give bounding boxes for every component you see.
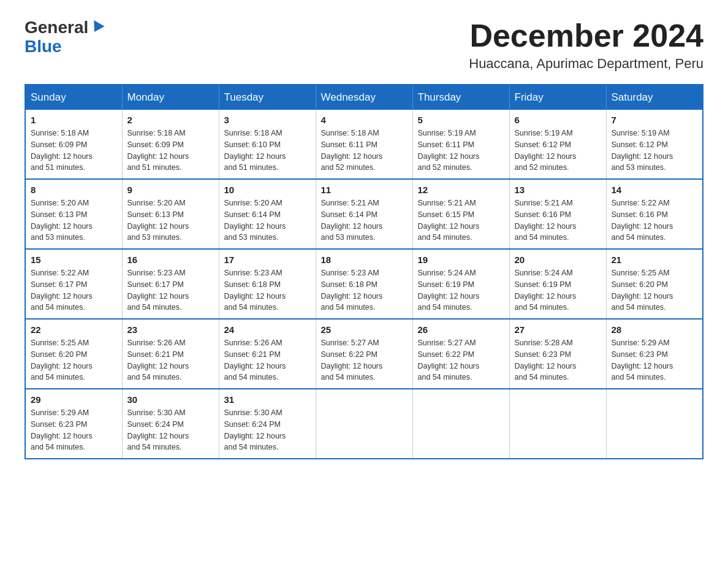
calendar-cell: 14 Sunrise: 5:22 AMSunset: 6:16 PMDaylig… (606, 179, 703, 249)
day-info: Sunrise: 5:18 AMSunset: 6:09 PMDaylight:… (127, 129, 189, 172)
day-info: Sunrise: 5:29 AMSunset: 6:23 PMDaylight:… (612, 339, 673, 381)
month-title: December 2024 (469, 18, 703, 53)
day-info: Sunrise: 5:20 AMSunset: 6:13 PMDaylight:… (31, 199, 93, 242)
calendar-week-row: 29 Sunrise: 5:29 AMSunset: 6:23 PMDaylig… (25, 389, 703, 459)
day-info: Sunrise: 5:28 AMSunset: 6:23 PMDaylight:… (515, 339, 577, 381)
calendar-cell: 25 Sunrise: 5:27 AMSunset: 6:22 PMDaylig… (316, 319, 412, 389)
calendar-cell: 3 Sunrise: 5:18 AMSunset: 6:10 PMDayligh… (219, 110, 316, 179)
day-info: Sunrise: 5:19 AMSunset: 6:12 PMDaylight:… (612, 129, 673, 172)
day-info: Sunrise: 5:19 AMSunset: 6:11 PMDaylight:… (418, 129, 480, 172)
day-number: 23 (127, 324, 214, 335)
calendar-cell: 26 Sunrise: 5:27 AMSunset: 6:22 PMDaylig… (412, 319, 509, 389)
logo: General Blue (25, 18, 103, 56)
calendar-cell: 4 Sunrise: 5:18 AMSunset: 6:11 PMDayligh… (316, 110, 412, 179)
calendar-cell: 1 Sunrise: 5:18 AMSunset: 6:09 PMDayligh… (25, 110, 122, 179)
calendar-week-row: 8 Sunrise: 5:20 AMSunset: 6:13 PMDayligh… (25, 179, 703, 249)
day-info: Sunrise: 5:24 AMSunset: 6:19 PMDaylight:… (418, 269, 480, 312)
day-number: 18 (321, 255, 408, 265)
day-number: 30 (127, 394, 214, 405)
day-info: Sunrise: 5:18 AMSunset: 6:09 PMDaylight:… (31, 129, 93, 172)
day-number: 11 (321, 185, 408, 195)
calendar-week-row: 15 Sunrise: 5:22 AMSunset: 6:17 PMDaylig… (25, 249, 703, 319)
day-info: Sunrise: 5:22 AMSunset: 6:17 PMDaylight:… (31, 269, 93, 312)
calendar-cell: 31 Sunrise: 5:30 AMSunset: 6:24 PMDaylig… (219, 389, 316, 459)
day-info: Sunrise: 5:25 AMSunset: 6:20 PMDaylight:… (612, 269, 673, 312)
calendar-cell (606, 389, 703, 459)
day-number: 6 (515, 115, 601, 125)
calendar-cell: 11 Sunrise: 5:21 AMSunset: 6:14 PMDaylig… (316, 179, 412, 249)
day-number: 13 (515, 185, 601, 195)
calendar-cell: 23 Sunrise: 5:26 AMSunset: 6:21 PMDaylig… (122, 319, 219, 389)
logo-blue-text: Blue (25, 37, 62, 56)
day-number: 22 (31, 324, 117, 335)
day-info: Sunrise: 5:21 AMSunset: 6:14 PMDaylight:… (321, 199, 383, 242)
calendar-cell: 27 Sunrise: 5:28 AMSunset: 6:23 PMDaylig… (509, 319, 606, 389)
day-info: Sunrise: 5:18 AMSunset: 6:11 PMDaylight:… (321, 129, 383, 172)
weekday-header-thursday: Thursday (412, 85, 509, 110)
day-number: 14 (612, 185, 698, 195)
calendar-cell: 22 Sunrise: 5:25 AMSunset: 6:20 PMDaylig… (25, 319, 122, 389)
calendar-cell: 21 Sunrise: 5:25 AMSunset: 6:20 PMDaylig… (606, 249, 703, 319)
day-info: Sunrise: 5:23 AMSunset: 6:18 PMDaylight:… (321, 269, 383, 312)
day-info: Sunrise: 5:30 AMSunset: 6:24 PMDaylight:… (127, 408, 189, 451)
day-number: 31 (224, 394, 311, 405)
day-number: 17 (224, 255, 311, 265)
day-number: 29 (31, 394, 117, 405)
calendar-cell: 29 Sunrise: 5:29 AMSunset: 6:23 PMDaylig… (25, 389, 122, 459)
day-info: Sunrise: 5:20 AMSunset: 6:14 PMDaylight:… (224, 199, 286, 242)
calendar-cell (509, 389, 606, 459)
calendar-cell: 9 Sunrise: 5:20 AMSunset: 6:13 PMDayligh… (122, 179, 219, 249)
day-info: Sunrise: 5:23 AMSunset: 6:18 PMDaylight:… (224, 269, 286, 312)
day-number: 10 (224, 185, 311, 195)
day-number: 3 (224, 115, 311, 125)
calendar-cell: 6 Sunrise: 5:19 AMSunset: 6:12 PMDayligh… (509, 110, 606, 179)
weekday-header-saturday: Saturday (606, 85, 703, 110)
day-info: Sunrise: 5:29 AMSunset: 6:23 PMDaylight:… (31, 408, 93, 451)
day-info: Sunrise: 5:21 AMSunset: 6:15 PMDaylight:… (418, 199, 480, 242)
calendar-cell: 24 Sunrise: 5:26 AMSunset: 6:21 PMDaylig… (219, 319, 316, 389)
calendar-week-row: 1 Sunrise: 5:18 AMSunset: 6:09 PMDayligh… (25, 110, 703, 179)
weekday-header-tuesday: Tuesday (219, 85, 316, 110)
day-number: 4 (321, 115, 408, 125)
calendar-cell: 10 Sunrise: 5:20 AMSunset: 6:14 PMDaylig… (219, 179, 316, 249)
day-info: Sunrise: 5:20 AMSunset: 6:13 PMDaylight:… (127, 199, 189, 242)
logo-triangle-icon (89, 20, 105, 35)
day-info: Sunrise: 5:19 AMSunset: 6:12 PMDaylight:… (515, 129, 577, 172)
weekday-header-wednesday: Wednesday (316, 85, 412, 110)
calendar-cell: 30 Sunrise: 5:30 AMSunset: 6:24 PMDaylig… (122, 389, 219, 459)
day-number: 24 (224, 324, 311, 335)
page-header: General Blue December 2024 Huaccana, Apu… (25, 18, 703, 72)
day-number: 21 (612, 255, 698, 265)
calendar-cell: 16 Sunrise: 5:23 AMSunset: 6:17 PMDaylig… (122, 249, 219, 319)
day-number: 15 (31, 255, 117, 265)
day-info: Sunrise: 5:26 AMSunset: 6:21 PMDaylight:… (224, 339, 286, 381)
weekday-header-row: SundayMondayTuesdayWednesdayThursdayFrid… (25, 85, 703, 110)
day-number: 19 (418, 255, 504, 265)
day-number: 16 (127, 255, 214, 265)
calendar-cell: 13 Sunrise: 5:21 AMSunset: 6:16 PMDaylig… (509, 179, 606, 249)
title-block: December 2024 Huaccana, Apurimac Departm… (469, 18, 703, 72)
weekday-header-monday: Monday (122, 85, 219, 110)
weekday-header-friday: Friday (509, 85, 606, 110)
calendar-table: SundayMondayTuesdayWednesdayThursdayFrid… (25, 84, 703, 459)
day-number: 20 (515, 255, 601, 265)
calendar-cell: 5 Sunrise: 5:19 AMSunset: 6:11 PMDayligh… (412, 110, 509, 179)
calendar-week-row: 22 Sunrise: 5:25 AMSunset: 6:20 PMDaylig… (25, 319, 703, 389)
day-number: 12 (418, 185, 504, 195)
calendar-cell: 17 Sunrise: 5:23 AMSunset: 6:18 PMDaylig… (219, 249, 316, 319)
day-info: Sunrise: 5:23 AMSunset: 6:17 PMDaylight:… (127, 269, 189, 312)
day-number: 5 (418, 115, 504, 125)
calendar-cell: 7 Sunrise: 5:19 AMSunset: 6:12 PMDayligh… (606, 110, 703, 179)
day-number: 28 (612, 324, 698, 335)
calendar-cell: 28 Sunrise: 5:29 AMSunset: 6:23 PMDaylig… (606, 319, 703, 389)
calendar-cell: 18 Sunrise: 5:23 AMSunset: 6:18 PMDaylig… (316, 249, 412, 319)
calendar-cell: 19 Sunrise: 5:24 AMSunset: 6:19 PMDaylig… (412, 249, 509, 319)
day-info: Sunrise: 5:27 AMSunset: 6:22 PMDaylight:… (321, 339, 383, 381)
day-info: Sunrise: 5:24 AMSunset: 6:19 PMDaylight:… (515, 269, 577, 312)
calendar-cell: 12 Sunrise: 5:21 AMSunset: 6:15 PMDaylig… (412, 179, 509, 249)
day-number: 25 (321, 324, 408, 335)
day-number: 7 (612, 115, 698, 125)
day-number: 27 (515, 324, 601, 335)
calendar-cell: 8 Sunrise: 5:20 AMSunset: 6:13 PMDayligh… (25, 179, 122, 249)
logo-general-text: General (25, 18, 88, 37)
